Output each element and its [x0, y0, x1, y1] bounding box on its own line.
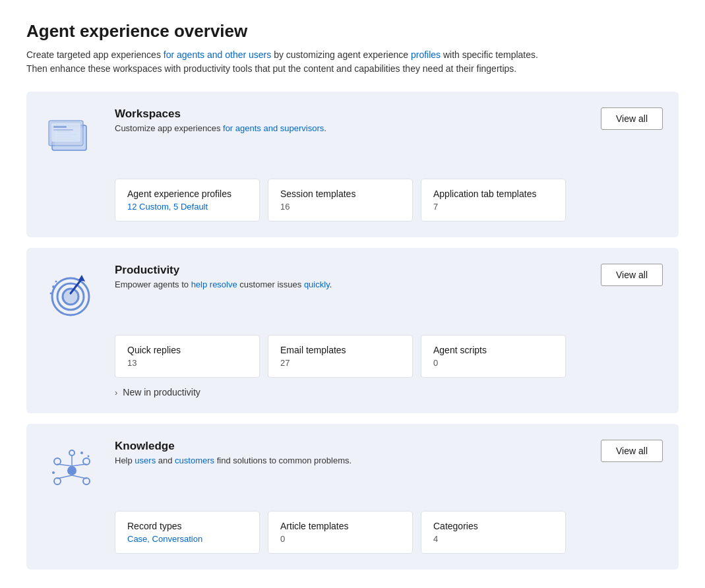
application-tab-templates-card[interactable]: Application tab templates 7 [421, 179, 566, 221]
svg-line-25 [57, 464, 72, 466]
knowledge-title: Knowledge [115, 440, 601, 453]
article-templates-value: 0 [280, 534, 400, 544]
record-types-value[interactable]: Case, Conversation [127, 534, 247, 544]
svg-point-18 [55, 281, 57, 283]
workspaces-viewall-area: View all [601, 107, 663, 130]
svg-point-31 [88, 456, 90, 457]
svg-point-24 [69, 450, 75, 456]
knowledge-title-area: Knowledge Help users and customers find … [115, 440, 601, 465]
svg-point-23 [83, 478, 90, 485]
desc-link-2[interactable]: profiles [411, 49, 441, 60]
knowledge-subtitle: Help users and customers find solutions … [115, 456, 601, 465]
session-templates-value: 16 [280, 202, 400, 212]
quick-replies-card[interactable]: Quick replies 13 [115, 335, 260, 378]
app-tab-templates-label: Application tab templates [433, 189, 553, 199]
svg-point-30 [80, 452, 83, 454]
productivity-title: Productivity [115, 264, 601, 277]
workspaces-cards: Agent experience profiles 12 Custom, 5 D… [115, 179, 663, 221]
workspaces-title: Workspaces [115, 107, 601, 121]
session-templates-card[interactable]: Session templates 16 [268, 179, 413, 221]
agent-profiles-label: Agent experience profiles [127, 189, 247, 199]
email-templates-card[interactable]: Email templates 27 [268, 335, 413, 378]
categories-value: 4 [433, 534, 553, 544]
article-templates-card[interactable]: Article templates 0 [268, 511, 413, 554]
workspaces-icon [42, 107, 102, 167]
productivity-icon [42, 264, 102, 323]
chevron-right-icon: › [115, 388, 117, 397]
email-templates-label: Email templates [280, 345, 400, 355]
agent-scripts-card[interactable]: Agent scripts 0 [421, 335, 566, 378]
agent-experience-profiles-card[interactable]: Agent experience profiles 12 Custom, 5 D… [115, 179, 260, 221]
categories-label: Categories [433, 521, 553, 531]
knowledge-header: Knowledge Help users and customers find … [42, 440, 663, 499]
svg-line-27 [57, 475, 72, 479]
workspaces-section: Workspaces Customize app experiences for… [26, 92, 679, 237]
svg-point-20 [54, 458, 61, 465]
new-in-productivity[interactable]: › New in productivity [115, 387, 663, 397]
agent-scripts-label: Agent scripts [433, 345, 553, 355]
agent-profiles-value[interactable]: 12 Custom, 5 Default [127, 202, 247, 212]
productivity-viewall-area: View all [601, 264, 663, 286]
svg-point-19 [67, 466, 77, 475]
productivity-subtitle-link1[interactable]: help resolve [191, 279, 237, 289]
quick-replies-value: 13 [127, 358, 247, 368]
svg-point-21 [83, 458, 90, 465]
article-templates-label: Article templates [280, 521, 400, 531]
desc-link-1[interactable]: for agents and other users [164, 49, 271, 60]
session-templates-label: Session templates [280, 189, 400, 199]
svg-point-17 [50, 293, 52, 295]
knowledge-icon [42, 440, 102, 499]
page-container: Agent experience overview Create targete… [0, 0, 705, 588]
svg-point-16 [52, 285, 55, 288]
agent-scripts-value: 0 [433, 358, 553, 368]
page-description: Create targeted app experiences for agen… [26, 48, 541, 76]
email-templates-value: 27 [280, 358, 400, 368]
workspaces-header: Workspaces Customize app experiences for… [42, 107, 663, 167]
knowledge-subtitle-link1[interactable]: users [135, 456, 156, 465]
productivity-header: Productivity Empower agents to help reso… [42, 264, 663, 323]
quick-replies-label: Quick replies [127, 345, 247, 355]
productivity-cards: Quick replies 13 Email templates 27 Agen… [115, 335, 663, 378]
svg-point-22 [54, 478, 61, 485]
app-tab-templates-value: 7 [433, 202, 553, 212]
productivity-title-area: Productivity Empower agents to help reso… [115, 264, 601, 289]
productivity-subtitle-link2[interactable]: quickly [304, 279, 330, 289]
svg-rect-9 [53, 129, 73, 131]
productivity-view-all-button[interactable]: View all [601, 264, 663, 286]
productivity-subtitle: Empower agents to help resolve customer … [115, 279, 601, 289]
knowledge-cards: Record types Case, Conversation Article … [115, 511, 663, 554]
workspaces-subtitle-link[interactable]: for agents and supervisors [223, 123, 324, 133]
svg-point-32 [52, 471, 55, 474]
new-in-productivity-label: New in productivity [123, 387, 200, 397]
knowledge-viewall-area: View all [601, 440, 663, 462]
knowledge-section: Knowledge Help users and customers find … [26, 424, 679, 570]
svg-rect-8 [53, 126, 67, 128]
record-types-label: Record types [127, 521, 247, 531]
workspaces-view-all-button[interactable]: View all [601, 107, 663, 130]
productivity-section: Productivity Empower agents to help reso… [26, 248, 679, 413]
record-types-card[interactable]: Record types Case, Conversation [115, 511, 260, 554]
categories-card[interactable]: Categories 4 [421, 511, 566, 554]
knowledge-view-all-button[interactable]: View all [601, 440, 663, 462]
svg-line-28 [72, 475, 86, 479]
svg-line-26 [72, 464, 86, 466]
workspaces-subtitle: Customize app experiences for agents and… [115, 123, 601, 133]
knowledge-subtitle-link2[interactable]: customers [175, 456, 214, 465]
page-title: Agent experience overview [26, 21, 679, 42]
workspaces-title-area: Workspaces Customize app experiences for… [115, 107, 601, 133]
